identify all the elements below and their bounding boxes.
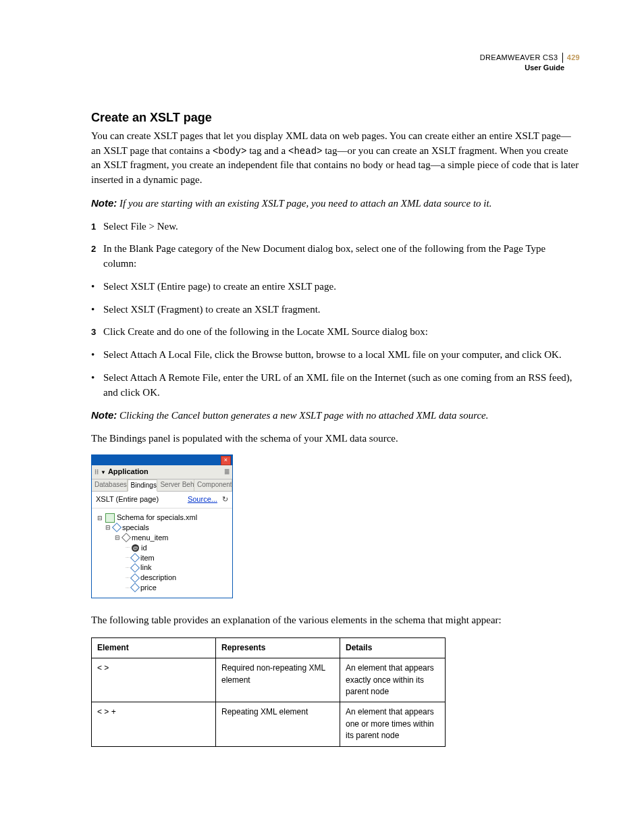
section-heading: Create an XSLT page bbox=[91, 111, 580, 125]
tree-description[interactable]: description bbox=[140, 573, 176, 583]
code-head-tag: <head> bbox=[288, 146, 322, 157]
schema-elements-table: Element Represents Details < > Required … bbox=[91, 637, 446, 747]
tree-price[interactable]: price bbox=[140, 583, 157, 593]
source-link[interactable]: Source... bbox=[188, 495, 217, 503]
element-icon bbox=[130, 583, 140, 592]
cell-details-2: An element that appears one or more time… bbox=[340, 702, 446, 746]
cell-represents-1: Required non-repeating XML element bbox=[216, 658, 340, 702]
close-icon[interactable]: × bbox=[221, 456, 231, 465]
bullet-4-text: Select Attach A Remote File, enter the U… bbox=[103, 371, 580, 400]
tree-specials[interactable]: specials bbox=[122, 523, 149, 533]
code-body-tag: <body> bbox=[213, 146, 246, 157]
xslt-type-label: XSLT (Entire page) bbox=[96, 494, 159, 505]
step-1-text: Select File > New. bbox=[103, 219, 580, 234]
product-name: DREAMWEAVER CS3 bbox=[480, 53, 558, 61]
note-label-2: Note: bbox=[91, 409, 117, 421]
bullet-1-text: Select XSLT (Entire page) to create an e… bbox=[103, 280, 580, 294]
step-1: 1 Select File > New. bbox=[91, 219, 580, 234]
bullet-4: • Select Attach A Remote File, enter the… bbox=[91, 371, 580, 400]
col-element: Element bbox=[92, 637, 216, 658]
tab-databases[interactable]: Databases bbox=[92, 479, 128, 492]
bullet-1: • Select XSLT (Entire page) to create an… bbox=[91, 280, 580, 294]
cell-element-1: < > bbox=[92, 658, 216, 702]
refresh-icon[interactable]: ↻ bbox=[222, 495, 228, 503]
panel-group-header[interactable]: ⁞⁞▼Application ≣ bbox=[92, 465, 232, 479]
bullet-2: • Select XSLT (Fragment) to create an XS… bbox=[91, 303, 580, 317]
table-header-row: Element Represents Details bbox=[92, 637, 446, 658]
note-text: If you are starting with an existing XSL… bbox=[117, 198, 491, 209]
col-details: Details bbox=[340, 637, 446, 658]
table-row: < > Required non-repeating XML element A… bbox=[92, 658, 446, 702]
xml-file-icon bbox=[105, 513, 115, 523]
cell-element-2: < > + bbox=[92, 702, 216, 746]
intro-text-b: tag and a bbox=[246, 145, 288, 156]
panel-tabs: Databases Bindings Server Beh Component bbox=[92, 479, 232, 492]
element-icon bbox=[130, 553, 140, 563]
cell-represents-2: Repeating XML element bbox=[216, 702, 340, 746]
tab-server-behaviors[interactable]: Server Beh bbox=[157, 479, 194, 492]
panel-titlebar[interactable]: × bbox=[92, 455, 232, 465]
bindings-panel: × ⁞⁞▼Application ≣ Databases Bindings Se… bbox=[91, 454, 233, 598]
step-2-text: In the Blank Page category of the New Do… bbox=[103, 242, 580, 271]
doc-subtitle: User Guide bbox=[525, 63, 564, 72]
repeating-element-icon bbox=[122, 533, 131, 542]
table-caption: The following table provides an explanat… bbox=[91, 613, 580, 628]
bullet-3-text: Select Attach A Local File, click the Br… bbox=[103, 348, 580, 363]
element-icon bbox=[130, 573, 140, 583]
panel-menu-icon[interactable]: ≣ bbox=[224, 467, 230, 477]
page-header: DREAMWEAVER CS3 429 User Guide bbox=[91, 53, 580, 74]
attribute-icon: @ bbox=[132, 544, 139, 552]
tree-id[interactable]: id bbox=[141, 543, 147, 553]
tree-menu-item[interactable]: menu_item bbox=[132, 533, 168, 543]
schema-tree[interactable]: ⊟Schema for specials.xml ⊟specials ⊟menu… bbox=[92, 509, 232, 598]
col-represents: Represents bbox=[216, 637, 340, 658]
page-number: 429 bbox=[562, 53, 580, 63]
step-3: 3 Click Create and do one of the followi… bbox=[91, 325, 580, 340]
tree-item[interactable]: item bbox=[140, 553, 155, 563]
panel-subbar: XSLT (Entire page) Source... ↻ bbox=[92, 492, 232, 509]
bullet-2-text: Select XSLT (Fragment) to create an XSLT… bbox=[103, 303, 580, 317]
after-panel-text: The Bindings panel is populated with the… bbox=[91, 432, 580, 446]
table-row: < > + Repeating XML element An element t… bbox=[92, 702, 446, 746]
tree-link[interactable]: link bbox=[140, 563, 152, 573]
element-icon bbox=[130, 563, 140, 573]
note-text-2: Clicking the Cancel button generates a n… bbox=[117, 410, 488, 421]
note-label: Note: bbox=[91, 197, 117, 209]
intro-paragraph: You can create XSLT pages that let you d… bbox=[91, 129, 580, 188]
element-icon bbox=[112, 523, 122, 532]
note-2: Note: Clicking the Cancel button generat… bbox=[91, 408, 580, 423]
step-2: 2 In the Blank Page category of the New … bbox=[91, 242, 580, 271]
tab-bindings[interactable]: Bindings bbox=[128, 479, 158, 492]
note-1: Note: If you are starting with an existi… bbox=[91, 196, 580, 211]
tab-components[interactable]: Component bbox=[194, 479, 232, 492]
tree-root[interactable]: Schema for specials.xml bbox=[117, 513, 197, 523]
step-3-text: Click Create and do one of the following… bbox=[103, 325, 580, 340]
panel-group-label: Application bbox=[108, 467, 149, 475]
bullet-3: • Select Attach A Local File, click the … bbox=[91, 348, 580, 363]
cell-details-1: An element that appears exactly once wit… bbox=[340, 658, 446, 702]
